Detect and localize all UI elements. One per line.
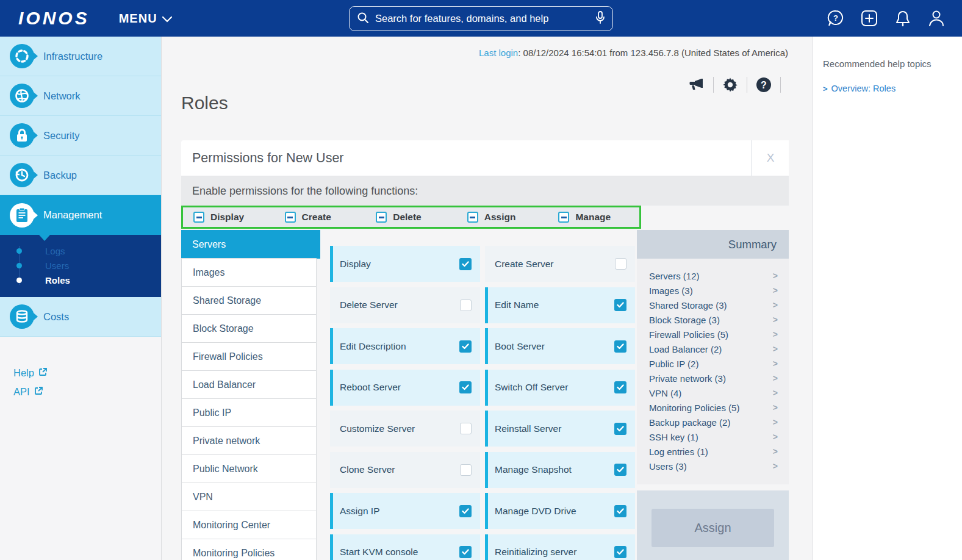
indeterminate-checkbox-icon[interactable]	[558, 212, 569, 223]
checkbox-checked-icon[interactable]	[459, 258, 472, 270]
summary-item[interactable]: Load Balancer (2)>	[649, 342, 783, 356]
summary-item[interactable]: Block Storage (3)>	[649, 312, 783, 327]
checkbox-checked-icon[interactable]	[614, 423, 626, 435]
permission-delete-server[interactable]: Delete Server	[330, 287, 480, 323]
checkbox-checked-icon[interactable]	[614, 505, 626, 517]
checkbox-checked-icon[interactable]	[459, 340, 472, 353]
permission-reboot-server[interactable]: Reboot Server	[330, 370, 480, 406]
chat-help-icon[interactable]: ?	[826, 9, 845, 28]
tab-shared-storage[interactable]: Shared Storage	[181, 286, 317, 315]
bulk-checkbox-create[interactable]: Create	[275, 207, 366, 227]
chevron-down-icon	[162, 12, 172, 26]
microphone-icon[interactable]	[595, 11, 605, 27]
assign-button[interactable]: Assign	[652, 509, 774, 547]
tab-servers[interactable]: Servers	[181, 230, 320, 259]
checkbox-checked-icon[interactable]	[614, 299, 626, 311]
tab-vpn[interactable]: VPN	[181, 483, 317, 511]
permission-customize-server[interactable]: Customize Server	[330, 411, 480, 447]
api-link[interactable]: API	[13, 386, 48, 398]
close-icon[interactable]: X	[752, 140, 789, 176]
indeterminate-checkbox-icon[interactable]	[285, 212, 296, 223]
help-icon[interactable]: ?	[755, 76, 773, 94]
permission-assign-ip[interactable]: Assign IP	[330, 493, 480, 529]
last-login-link[interactable]: Last login	[479, 48, 518, 58]
summary-item[interactable]: Public IP (2)>	[649, 356, 783, 371]
tab-images[interactable]: Images	[181, 258, 317, 287]
sidebar-item-management[interactable]: Management	[0, 195, 161, 235]
checkbox-unchecked-icon[interactable]	[460, 423, 472, 434]
summary-item[interactable]: Users (3)>	[649, 459, 783, 473]
permission-edit-name[interactable]: Edit Name	[485, 287, 635, 323]
add-icon[interactable]	[860, 9, 879, 28]
permission-edit-description[interactable]: Edit Description	[330, 328, 480, 364]
checkbox-unchecked-icon[interactable]	[460, 300, 472, 311]
checkbox-unchecked-icon[interactable]	[460, 464, 472, 476]
summary-item[interactable]: SSH key (1)>	[649, 429, 783, 444]
permission-boot-server[interactable]: Boot Server	[485, 328, 635, 364]
checkbox-checked-icon[interactable]	[614, 464, 626, 476]
summary-item[interactable]: Images (3)>	[649, 283, 783, 298]
submenu-item-users[interactable]: Users	[0, 258, 161, 273]
sidebar-item-network[interactable]: Network	[0, 76, 161, 116]
bulk-checkbox-display[interactable]: Display	[183, 207, 275, 227]
submenu-item-roles[interactable]: Roles	[0, 273, 161, 287]
tab-monitoring-center[interactable]: Monitoring Center	[181, 511, 317, 539]
link-label: Help	[13, 367, 34, 379]
tab-load-balancer[interactable]: Load Balancer	[181, 370, 317, 399]
permission-manage-snapshot[interactable]: Manage Snapshot	[485, 452, 635, 488]
tab-public-network[interactable]: Public Network	[181, 454, 317, 483]
bulk-checkbox-label: Delete	[393, 212, 422, 223]
tab-firewall-policies[interactable]: Firewall Policies	[181, 342, 317, 371]
help-link[interactable]: Help	[13, 367, 48, 379]
permission-switch-off-server[interactable]: Switch Off Server	[485, 370, 635, 406]
summary-item[interactable]: Log entries (1)>	[649, 444, 783, 459]
summary-item[interactable]: Monitoring Policies (5)>	[649, 400, 783, 415]
checkbox-checked-icon[interactable]	[614, 381, 626, 393]
checkbox-checked-icon[interactable]	[459, 505, 472, 517]
bulk-checkbox-delete[interactable]: Delete	[365, 207, 457, 227]
checkbox-checked-icon[interactable]	[614, 546, 626, 558]
sidebar-item-label: Costs	[43, 311, 69, 323]
menu-button[interactable]: MENU	[119, 12, 172, 26]
account-icon[interactable]	[927, 9, 946, 28]
tab-private-network[interactable]: Private network	[181, 426, 317, 455]
notifications-icon[interactable]	[893, 9, 913, 28]
tab-block-storage[interactable]: Block Storage	[181, 314, 317, 343]
sidebar-item-costs[interactable]: Costs	[0, 297, 161, 337]
permission-reinitializing-server[interactable]: Reinitializing server	[485, 534, 635, 560]
indeterminate-checkbox-icon[interactable]	[376, 212, 387, 223]
checkbox-unchecked-icon[interactable]	[615, 258, 626, 270]
permission-reinstall-server[interactable]: Reinstall Server	[485, 411, 635, 447]
tab-public-ip[interactable]: Public IP	[181, 398, 317, 427]
permission-create-server[interactable]: Create Server	[485, 246, 635, 282]
summary-item[interactable]: Backup package (2)>	[649, 415, 783, 429]
permission-manage-dvd-drive[interactable]: Manage DVD Drive	[485, 493, 635, 529]
permission-display[interactable]: Display	[330, 246, 480, 282]
settings-icon[interactable]	[721, 76, 739, 94]
permission-start-kvm-console[interactable]: Start KVM console	[330, 534, 480, 560]
summary-item[interactable]: Private network (3)>	[649, 371, 783, 386]
summary-item[interactable]: Firewall Policies (5)>	[649, 327, 783, 342]
summary-item[interactable]: VPN (4)>	[649, 386, 783, 400]
checkbox-checked-icon[interactable]	[459, 381, 472, 393]
summary-item[interactable]: Servers (12)>	[649, 268, 783, 283]
sidebar-item-infrastructure[interactable]: Infrastructure	[0, 37, 161, 76]
indeterminate-checkbox-icon[interactable]	[193, 212, 204, 223]
bulk-checkbox-assign[interactable]: Assign	[457, 207, 548, 227]
help-topic-link[interactable]: >Overview: Roles	[823, 84, 953, 93]
sidebar-item-backup[interactable]: Backup	[0, 156, 161, 195]
bulk-checkbox-manage[interactable]: Manage	[548, 207, 639, 227]
summary-item[interactable]: Shared Storage (3)>	[649, 298, 783, 312]
indeterminate-checkbox-icon[interactable]	[467, 212, 478, 223]
permission-label: Edit Description	[340, 341, 406, 352]
search-input[interactable]	[375, 13, 595, 24]
search-bar[interactable]	[349, 6, 613, 31]
permission-clone-server[interactable]: Clone Server	[330, 452, 480, 488]
announcements-icon[interactable]	[687, 76, 706, 94]
sidebar-item-security[interactable]: Security	[0, 116, 161, 156]
checkbox-checked-icon[interactable]	[614, 340, 626, 353]
submenu-item-logs[interactable]: Logs	[0, 243, 161, 258]
permission-label: Manage Snapshot	[495, 464, 572, 475]
checkbox-checked-icon[interactable]	[459, 546, 472, 558]
tab-monitoring-policies[interactable]: Monitoring Policies	[181, 539, 317, 560]
